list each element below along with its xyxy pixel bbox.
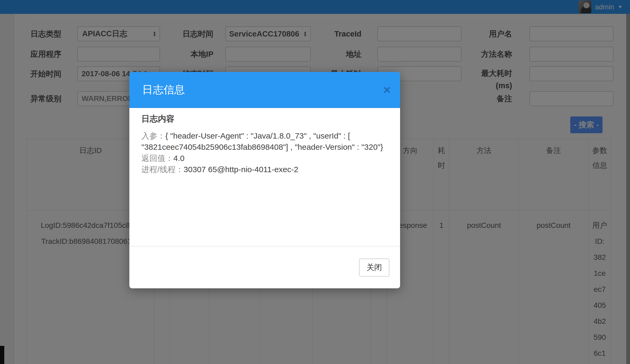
log-line-params: 入参：{ "header-User-Agent" : "Java/1.8.0_7… [141, 130, 388, 153]
modal-footer: 关闭 [129, 246, 400, 288]
log-query-page: admin 日志类型 APIACC日志 日志时间 ServiceACC17080… [0, 0, 630, 364]
corner-overlay-strip [0, 346, 4, 364]
log-content-heading: 日志内容 [141, 114, 388, 123]
modal-header: 日志信息 × [129, 72, 400, 108]
modal-title: 日志信息 [142, 82, 185, 97]
modal-body: 日志内容 入参：{ "header-User-Agent" : "Java/1.… [129, 108, 400, 246]
log-content-text: 入参：{ "header-User-Agent" : "Java/1.8.0_7… [141, 130, 388, 175]
log-line-return: 返回值：4.0 [141, 153, 388, 164]
close-icon[interactable]: × [383, 84, 390, 96]
log-info-modal: 日志信息 × 日志内容 入参：{ "header-User-Agent" : "… [129, 72, 400, 288]
log-line-thread: 进程/线程：30307 65@http-nio-4011-exec-2 [141, 164, 388, 175]
close-button[interactable]: 关闭 [359, 258, 389, 277]
